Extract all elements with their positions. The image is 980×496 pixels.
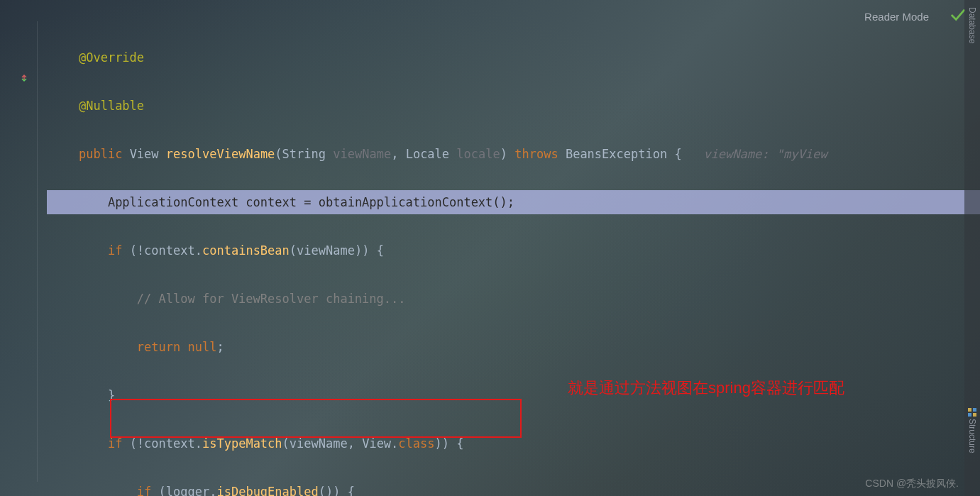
kw-if: if bbox=[137, 485, 151, 496]
structure-icon bbox=[967, 406, 977, 416]
type-string: String bbox=[282, 147, 326, 161]
structure-tool-tab[interactable]: Structure bbox=[967, 419, 977, 453]
param-viewname: viewName bbox=[333, 147, 391, 161]
highlight-box bbox=[110, 399, 522, 438]
database-tool-tab[interactable]: Database bbox=[967, 7, 977, 43]
method-resolveviewname: resolveViewName bbox=[166, 147, 275, 161]
type-beansexception: BeansException bbox=[566, 147, 667, 161]
svg-rect-2 bbox=[968, 413, 971, 417]
annotation-nullable: @Nullable bbox=[79, 99, 144, 113]
svg-rect-1 bbox=[973, 408, 976, 412]
kw-class: class bbox=[398, 436, 434, 451]
inspection-check-icon[interactable] bbox=[950, 7, 966, 26]
kw-throws: throws bbox=[514, 147, 558, 161]
args: (viewName)) { bbox=[290, 243, 384, 258]
args: (viewName, View. bbox=[282, 436, 399, 451]
expr-end: ()) { bbox=[319, 485, 355, 496]
annotation-text: 就是通过方法视图在spring容器进行匹配 bbox=[568, 377, 844, 399]
right-tool-sidebar: Database Structure bbox=[964, 0, 980, 496]
expr: (!context. bbox=[130, 436, 202, 451]
type-locale: Locale bbox=[406, 147, 449, 161]
comment: // Allow for ViewResolver chaining... bbox=[137, 292, 406, 306]
expr-end: )) { bbox=[435, 436, 464, 451]
kw-if: if bbox=[108, 436, 122, 451]
method-istypematch: isTypeMatch bbox=[202, 436, 282, 451]
override-gutter-icon[interactable] bbox=[20, 71, 28, 79]
method-isdebugenabled: isDebugEnabled bbox=[216, 485, 318, 496]
reader-mode-button[interactable]: Reader Mode bbox=[864, 11, 929, 23]
expr: (!context. bbox=[130, 243, 202, 258]
kw-public: public bbox=[79, 147, 122, 161]
param-locale: locale bbox=[456, 147, 500, 161]
inline-hint: viewName: "myView bbox=[703, 147, 827, 161]
kw-if: if bbox=[108, 243, 122, 258]
annotation-override: @Override bbox=[79, 50, 144, 65]
svg-rect-0 bbox=[968, 408, 971, 412]
method-containsbean: containsBean bbox=[202, 243, 290, 258]
type-view: View bbox=[130, 147, 159, 161]
svg-rect-3 bbox=[973, 413, 976, 417]
editor-top-bar: Reader Mode bbox=[864, 7, 966, 26]
current-execution-line: ApplicationContext context = obtainAppli… bbox=[47, 190, 980, 214]
kw-return-null: return null bbox=[137, 340, 217, 354]
editor-gutter bbox=[0, 0, 43, 496]
expr: (logger. bbox=[159, 485, 217, 496]
watermark: CSDN @秃头披风侠. bbox=[865, 478, 959, 490]
